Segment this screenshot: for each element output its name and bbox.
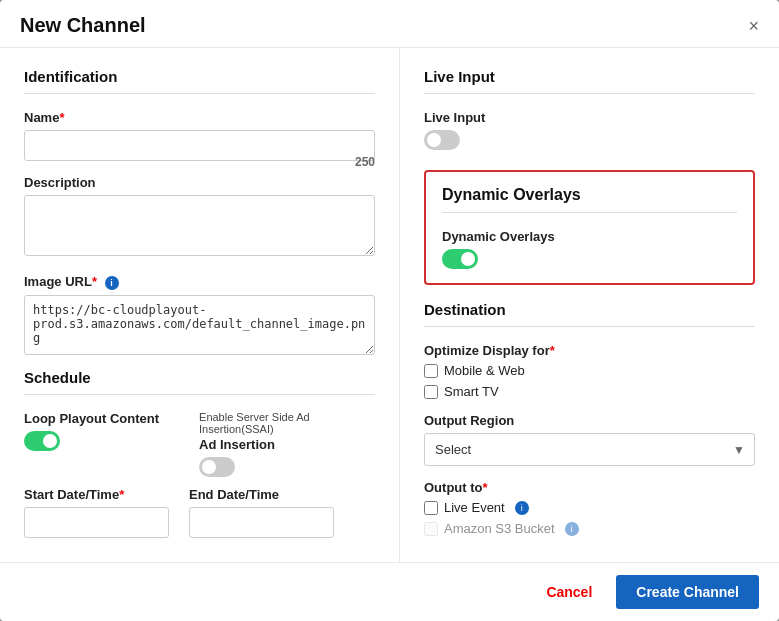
live-event-checkbox[interactable]: [424, 501, 438, 515]
mobile-web-wrap: Mobile & Web: [424, 363, 755, 378]
loop-playout-item: Loop Playout Content: [24, 411, 159, 451]
end-date-item: End Date/Time: [189, 487, 334, 538]
ad-insertion-label: Ad Insertion: [199, 437, 319, 452]
modal-overlay: New Channel × Identification Name* Des: [0, 0, 779, 621]
dynamic-overlays-slider: [442, 249, 478, 269]
destination-title: Destination: [424, 301, 755, 318]
live-input-title: Live Input: [424, 68, 755, 85]
live-input-divider: [424, 93, 755, 94]
start-date-item: Start Date/Time*: [24, 487, 169, 538]
identification-divider: [24, 93, 375, 94]
cancel-button[interactable]: Cancel: [536, 576, 602, 608]
amazon-s3-info-icon[interactable]: i: [565, 522, 579, 536]
live-event-label: Live Event: [444, 500, 505, 515]
dynamic-overlays-label: Dynamic Overlays: [442, 229, 737, 244]
ad-insertion-slider: [199, 457, 235, 477]
live-input-toggle[interactable]: [424, 130, 460, 150]
mobile-web-checkbox[interactable]: [424, 364, 438, 378]
modal-title: New Channel: [20, 14, 146, 37]
schedule-divider: [24, 394, 375, 395]
optimize-display-label: Optimize Display for*: [424, 343, 755, 358]
char-count: 250: [355, 155, 375, 169]
output-to-section: Output to* Live Event i Amazon S3 Bucket…: [424, 480, 755, 536]
description-wrap: Description 250: [24, 175, 375, 260]
start-date-input[interactable]: [24, 507, 169, 538]
identification-title: Identification: [24, 68, 375, 85]
amazon-s3-checkbox: [424, 522, 438, 536]
live-event-info-icon[interactable]: i: [515, 501, 529, 515]
amazon-s3-label: Amazon S3 Bucket: [444, 521, 555, 536]
output-region-label: Output Region: [424, 413, 755, 428]
ad-insertion-toggle[interactable]: [199, 457, 235, 477]
smart-tv-checkbox[interactable]: [424, 385, 438, 399]
end-date-input[interactable]: [189, 507, 334, 538]
dynamic-overlays-toggle[interactable]: [442, 249, 478, 269]
start-date-label: Start Date/Time*: [24, 487, 169, 502]
mobile-web-label: Mobile & Web: [444, 363, 525, 378]
modal: New Channel × Identification Name* Des: [0, 0, 779, 621]
dynamic-overlays-box: Dynamic Overlays Dynamic Overlays: [424, 170, 755, 285]
modal-body: Identification Name* Description 250: [0, 48, 779, 562]
live-input-section: Live Input Live Input: [424, 68, 755, 154]
destination-section: Destination Optimize Display for* Mobile…: [424, 301, 755, 536]
loop-playout-toggle[interactable]: [24, 431, 60, 451]
live-event-wrap: Live Event i: [424, 500, 755, 515]
image-url-input[interactable]: https://bc-cloudplayout-prod.s3.amazonaw…: [24, 295, 375, 355]
smart-tv-wrap: Smart TV: [424, 384, 755, 399]
create-channel-button[interactable]: Create Channel: [616, 575, 759, 609]
end-date-label: End Date/Time: [189, 487, 334, 502]
ssai-label: Enable Server Side Ad Insertion(SSAI): [199, 411, 319, 435]
schedule-title: Schedule: [24, 369, 375, 386]
description-label: Description 250: [24, 175, 375, 190]
right-column: Live Input Live Input Dynamic Overlays D…: [400, 48, 779, 562]
close-button[interactable]: ×: [748, 17, 759, 35]
left-column: Identification Name* Description 250: [0, 48, 400, 562]
modal-header: New Channel ×: [0, 0, 779, 48]
modal-footer: Cancel Create Channel: [0, 562, 779, 621]
output-region-select[interactable]: Select: [424, 433, 755, 466]
dynamic-overlays-divider: [442, 212, 737, 213]
image-url-info-icon[interactable]: i: [105, 276, 119, 290]
ssai-item: Enable Server Side Ad Insertion(SSAI) Ad…: [199, 411, 319, 477]
name-label: Name*: [24, 110, 375, 125]
schedule-section: Schedule Loop Playout Content Enable Ser…: [24, 369, 375, 538]
name-input[interactable]: [24, 130, 375, 161]
smart-tv-label: Smart TV: [444, 384, 499, 399]
date-row: Start Date/Time* End Date/Time: [24, 487, 375, 538]
image-url-label: Image URL* i: [24, 274, 375, 290]
dynamic-overlays-title: Dynamic Overlays: [442, 186, 737, 204]
loop-playout-slider: [24, 431, 60, 451]
description-input[interactable]: [24, 195, 375, 256]
output-to-label: Output to*: [424, 480, 755, 495]
identification-section: Identification Name* Description 250: [24, 68, 375, 359]
live-input-slider: [424, 130, 460, 150]
loop-playout-label: Loop Playout Content: [24, 411, 159, 426]
output-region-wrap: Select ▼: [424, 433, 755, 466]
destination-divider: [424, 326, 755, 327]
amazon-s3-wrap: Amazon S3 Bucket i: [424, 521, 755, 536]
live-input-label: Live Input: [424, 110, 755, 125]
loop-ssai-row: Loop Playout Content Enable Server Side …: [24, 411, 375, 477]
